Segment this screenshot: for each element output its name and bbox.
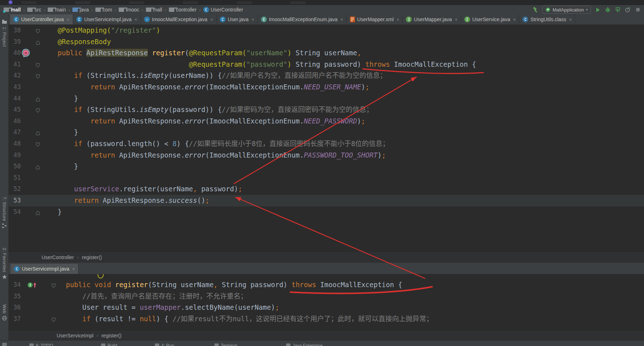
code-line-39[interactable]: 39 @ResponseBody	[9, 36, 644, 48]
tab-close-icon[interactable]: ×	[210, 17, 213, 22]
code-token: ,	[214, 281, 218, 289]
breadcrumb-separator: ›	[91, 7, 93, 13]
titlebar-menu-block	[22, 1, 37, 4]
code-line-47[interactable]: 47 }	[9, 127, 644, 138]
code-line-36[interactable]: 36 User result = userMapper.selectByName…	[9, 302, 644, 313]
toolbar-more-icon[interactable]	[635, 6, 641, 13]
code-token: (ImoocMallExceptionEnum.	[205, 151, 304, 159]
tab-imoocmallexception-java[interactable]: ⚡ImoocMallException.java×	[141, 14, 217, 24]
tab-usermapper-xml[interactable]: UserMapper.xml×	[347, 14, 403, 24]
code-token: error	[185, 117, 205, 125]
stripe-button-7-structure[interactable]: 7: Structure	[0, 197, 9, 229]
code-token: ,	[193, 185, 197, 193]
footer-button-java-enterprise[interactable]: Java Enterprise	[286, 343, 322, 346]
code-line-42[interactable]: 42 if (StringUtils.isEmpty(userName)) {/…	[9, 70, 644, 81]
tab-close-icon[interactable]: ×	[513, 17, 516, 22]
breadcrumb-class[interactable]: UserServiceImpl	[57, 333, 94, 338]
code-token: )	[357, 117, 361, 125]
tab-stringutils-class[interactable]: CStringUtils.class×	[519, 14, 575, 24]
tab-close-icon[interactable]: ×	[67, 17, 70, 22]
code-line-48[interactable]: 48 if (password.length() < 8) {//如果密码长度小…	[9, 138, 644, 150]
breadcrumb-separator: ›	[68, 7, 70, 13]
breadcrumb-item-imooc[interactable]: imooc	[119, 7, 139, 13]
tab-usermapper-java[interactable]: IUserMapper.java×	[403, 14, 461, 24]
toolwindow-switcher-icon[interactable]	[2, 343, 7, 346]
footer-button-label: 4: Run	[161, 343, 174, 346]
code-text: @ResponseBody	[9, 36, 111, 48]
breadcrumb-item-com[interactable]: com	[95, 7, 112, 13]
tab-userserviceimpl-java[interactable]: CUserServiceImpl.java×	[73, 14, 141, 24]
run-with-coverage-button[interactable]	[615, 6, 621, 13]
code-line-45[interactable]: 45 if (StringUtils.isEmpty(password)) {/…	[9, 104, 644, 116]
code-line-54[interactable]: 54 }	[9, 206, 644, 218]
editor-usercontroller[interactable]: 38 @PostMapping("/register")39 @Response…	[9, 25, 644, 252]
run-button[interactable]	[595, 6, 601, 13]
breadcrumb-method[interactable]: register()	[101, 333, 122, 338]
tab-close-icon[interactable]: ×	[340, 17, 343, 22]
code-token: (password.length() <	[82, 140, 172, 148]
code-line-35[interactable]: 35 //首先，查询用户名是否存在；注册时，不允许重名；	[9, 291, 644, 302]
code-text: return ApiRestResponse.error(ImoocMallEx…	[9, 150, 386, 161]
debug-button[interactable]	[605, 6, 611, 13]
tab-imoocmallexceptionenum-java[interactable]: EImoocMallExceptionEnum.java×	[258, 14, 347, 24]
footer-button-terminal[interactable]: Terminal	[214, 343, 237, 346]
tab-userserviceimpl-java[interactable]: CUserServiceImpl.java×	[11, 264, 79, 274]
run-configuration-select[interactable]: MallApplication ▾	[542, 6, 591, 14]
breadcrumb-class[interactable]: UserController	[42, 254, 74, 260]
code-line-41[interactable]: 41 @RequestParam("password") String pass…	[9, 59, 644, 70]
tab-user-java[interactable]: CUser.java×	[217, 14, 258, 24]
footer-button-build[interactable]: Build	[101, 343, 117, 346]
tab-close-icon[interactable]: ×	[397, 17, 399, 22]
tab-close-icon[interactable]: ×	[251, 17, 254, 22]
code-line-40[interactable]: 40m public ApiRestResponse register(@Req…	[9, 47, 644, 59]
code-token: (result !=	[90, 315, 139, 323]
code-token: //如果用户名为空，直接返回用户名不能为空的信息；	[222, 71, 387, 79]
footer-button-icon	[214, 343, 219, 346]
code-token: isEmpty	[140, 71, 169, 79]
tab-close-icon[interactable]: ×	[455, 17, 458, 22]
breadcrumb-method[interactable]: register()	[82, 254, 102, 260]
code-line-50[interactable]: 50 }	[9, 161, 644, 172]
profiler-button[interactable]	[625, 6, 631, 13]
breadcrumb-separator: ›	[115, 7, 116, 13]
code-line-43[interactable]: 43 return ApiRestResponse.error(ImoocMal…	[9, 81, 644, 93]
breadcrumb-separator: ›	[44, 7, 45, 13]
editor-userserviceimpl[interactable]: 34 public void register(String userName,…	[9, 274, 644, 331]
code-token: ) {	[177, 140, 189, 148]
code-token: ;	[361, 117, 365, 125]
stripe-button-1-project[interactable]: 1: Project	[0, 19, 9, 47]
footer-button-4-run[interactable]: 4: Run	[155, 343, 174, 346]
stripe-label: 1: Project	[2, 27, 7, 47]
breadcrumb-item-src[interactable]: src	[27, 7, 41, 13]
tab-label: UserService.java	[472, 17, 510, 22]
code-text: if (password.length() < 8) {//如果密码长度小于8位…	[9, 138, 389, 150]
code-line-53[interactable]: 53 return ApiRestResponse.success();	[9, 195, 644, 206]
breadcrumb-item-main[interactable]: main	[48, 7, 66, 13]
code-text: return ApiRestResponse.error(ImoocMallEx…	[9, 81, 369, 93]
code-text: public void register(String userName, St…	[9, 279, 402, 291]
breadcrumb-item-java[interactable]: java	[72, 7, 89, 13]
tab-close-icon[interactable]: ×	[134, 17, 137, 22]
stripe-button-2-favorites[interactable]: 2: Favorites	[0, 248, 9, 281]
tab-userservice-java[interactable]: IUserService.java×	[461, 14, 519, 24]
tab-close-icon[interactable]: ×	[72, 266, 75, 272]
stripe-button-web[interactable]: Web	[0, 304, 9, 322]
code-line-38[interactable]: 38 @PostMapping("/register")	[9, 25, 644, 36]
code-line-46[interactable]: 46 return ApiRestResponse.error(ImoocMal…	[9, 116, 644, 127]
code-token: ApiRestResponse	[86, 49, 148, 57]
build-hammer-icon[interactable]	[532, 6, 539, 13]
tab-usercontroller-java[interactable]: CUserController.java×	[10, 14, 73, 24]
footer-button-6-todo[interactable]: 6: TODO	[29, 343, 53, 346]
code-line-34[interactable]: 34 public void register(String userName,…	[9, 279, 644, 291]
code-line-51[interactable]: 51	[9, 172, 644, 184]
breadcrumb-item-mall[interactable]: mall	[4, 7, 21, 13]
code-line-52[interactable]: 52 userService.register(userName, passwo…	[9, 183, 644, 195]
code-line-49[interactable]: 49 return ApiRestResponse.error(ImoocMal…	[9, 150, 644, 161]
breadcrumb-item-usercontroller[interactable]: CUserController	[203, 7, 243, 13]
code-line-44[interactable]: 44 }	[9, 93, 644, 104]
code-line-37[interactable]: 37 if (result != null) { //如果result不为nul…	[9, 313, 644, 325]
class-icon: C	[220, 17, 226, 22]
tab-close-icon[interactable]: ×	[569, 17, 572, 22]
breadcrumb-item-controller[interactable]: controller	[169, 7, 197, 13]
breadcrumb-item-mall[interactable]: mall	[146, 7, 162, 13]
